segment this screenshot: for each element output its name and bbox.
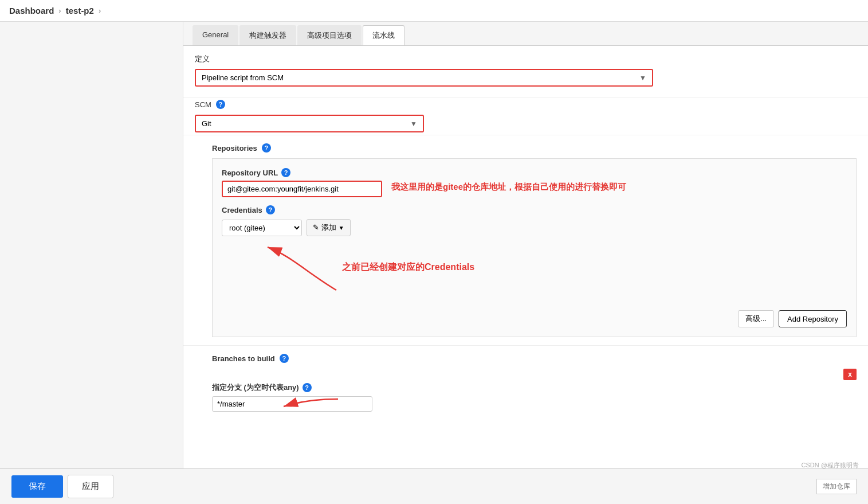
branch-spec-field: 指定分支 (为空时代表any) ? (212, 382, 857, 412)
scm-label: SCM (195, 100, 211, 109)
breadcrumb-project[interactable]: test-p2 (66, 6, 94, 15)
advanced-button[interactable]: 高级... (738, 310, 774, 327)
repo-url-annotation: 我这里用的是gitee的仓库地址，根据自己使用的进行替换即可 (391, 181, 626, 194)
definition-select[interactable]: Pipeline script from SCM (196, 70, 634, 85)
add-repository-button[interactable]: Add Repository (779, 310, 847, 327)
credentials-controls: root (gitee) ✎ 添加 ▼ (222, 219, 847, 236)
repo-url-input[interactable] (222, 181, 382, 197)
scm-header: SCM ? (195, 100, 857, 109)
credentials-help-icon[interactable]: ? (266, 205, 275, 214)
repository-box: Repository URL ? 我这里用的是gitee的仓库地址，根据自己使用… (212, 158, 857, 337)
tab-pipeline[interactable]: 流水线 (363, 25, 404, 45)
tab-build-trigger[interactable]: 构建触发器 (239, 25, 296, 45)
tab-bar: General 构建触发器 高级项目选项 流水线 (183, 22, 868, 46)
scm-section: SCM ? Git ▼ (183, 97, 868, 132)
main-content: General 构建触发器 高级项目选项 流水线 定义 Pipeline scr… (183, 22, 868, 502)
apply-button[interactable]: 应用 (68, 475, 113, 498)
remove-branch-button[interactable]: x (843, 369, 857, 380)
scm-help-icon[interactable]: ? (216, 100, 225, 109)
sidebar (0, 22, 183, 502)
breadcrumb-dashboard[interactable]: Dashboard (9, 6, 54, 15)
bottom-bar: 保存 应用 增加仓库 (0, 468, 868, 502)
credentials-field: Credentials ? root (gitee) ✎ 添加 ▼ (222, 205, 847, 236)
branch-spec-label: 指定分支 (为空时代表any) (212, 382, 299, 393)
tab-general[interactable]: General (193, 25, 238, 45)
branch-spec-help-icon[interactable]: ? (303, 383, 312, 392)
branch-x-row: x (212, 369, 857, 380)
repos-header: Repositories ? (212, 143, 857, 153)
credentials-annotation-area: 之前已经创建对应的Credentials (222, 244, 847, 303)
branch-spec-row (212, 396, 857, 412)
branches-header: Branches to build ? (212, 354, 857, 363)
definition-dropdown-wrapper: Pipeline script from SCM ▼ (195, 69, 653, 87)
add-credentials-button[interactable]: ✎ 添加 ▼ (307, 219, 351, 236)
scm-header-left: SCM ? (195, 100, 225, 109)
branch-spec-label-row: 指定分支 (为空时代表any) ? (212, 382, 857, 393)
branches-header-left: Branches to build ? (212, 354, 289, 363)
breadcrumb-sep1: › (58, 6, 61, 15)
repositories-help-icon[interactable]: ? (262, 143, 271, 153)
add-credentials-label: ✎ 添加 (313, 222, 336, 233)
branches-section: Branches to build ? x 指定分支 (为空时代表any) ? (183, 345, 868, 454)
branches-label: Branches to build (212, 354, 275, 363)
repo-url-help-icon[interactable]: ? (281, 168, 290, 177)
repos-header-left: Repositories ? (212, 143, 271, 153)
repo-box-footer: 高级... Add Repository (222, 310, 847, 327)
repo-url-label: Repository URL (222, 169, 278, 177)
repo-url-field: Repository URL ? 我这里用的是gitee的仓库地址，根据自己使用… (222, 168, 847, 197)
repositories-section: Repositories ? Repository URL ? (183, 135, 868, 345)
scm-dropdown-wrapper: Git ▼ (195, 115, 424, 132)
repositories-label: Repositories (212, 144, 257, 153)
save-button[interactable]: 保存 (11, 475, 63, 498)
scm-select[interactable]: Git (196, 116, 404, 131)
credentials-label: Credentials (222, 206, 262, 214)
scroll-label[interactable]: 增加仓库 (816, 479, 857, 494)
repo-url-row: 我这里用的是gitee的仓库地址，根据自己使用的进行替换即可 (222, 181, 847, 197)
credentials-label-row: Credentials ? (222, 205, 847, 214)
definition-section: 定义 Pipeline script from SCM ▼ (183, 46, 868, 97)
branches-help-icon[interactable]: ? (280, 354, 289, 363)
branch-arrow-svg (281, 396, 361, 419)
add-credentials-chevron-icon: ▼ (339, 225, 344, 231)
repo-url-label-row: Repository URL ? (222, 168, 847, 177)
definition-chevron-icon: ▼ (634, 71, 652, 85)
definition-label: 定义 (195, 54, 857, 64)
breadcrumb-sep2: › (99, 6, 101, 15)
scm-chevron-icon: ▼ (404, 116, 423, 131)
credentials-select[interactable]: root (gitee) (222, 220, 302, 236)
tab-advanced-options[interactable]: 高级项目选项 (297, 25, 362, 45)
credentials-annotation-text: 之前已经创建对应的Credentials (342, 261, 474, 274)
